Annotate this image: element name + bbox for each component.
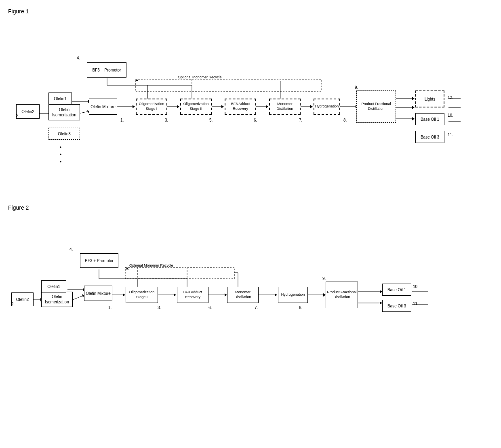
f2-label-num2: 2.	[11, 302, 15, 306]
monomer-dist-box: Monomer Distillation	[269, 99, 301, 115]
f2-label-num6: 6.	[208, 305, 212, 310]
svg-line-56	[73, 296, 83, 300]
svg-marker-37	[135, 79, 139, 81]
svg-marker-1	[133, 105, 135, 108]
hydrogenation-box: Hydrogenation	[314, 99, 340, 115]
olefin-mixture-box: Olefin Mixture	[89, 99, 117, 115]
figure2-svg	[8, 215, 493, 348]
f2-monomer-dist-box: Monomer Distillation	[227, 287, 259, 303]
f2-hydrogenation-box: Hydrogenation	[278, 287, 308, 303]
f2-label-num9: 9.	[322, 276, 326, 281]
bf3-adduct-box: BF3 Adduct Recovery	[225, 99, 256, 115]
svg-rect-25	[135, 79, 321, 91]
label-num9: 9.	[355, 85, 358, 90]
svg-marker-41	[174, 293, 176, 297]
label-num4: 4.	[77, 56, 80, 60]
dots-indicator: •••	[60, 144, 62, 166]
svg-marker-3	[177, 105, 179, 108]
f2-bf3-box: BF3 + Promotor	[80, 253, 118, 268]
label-num2: 2.	[16, 114, 19, 118]
label-num6: 6.	[254, 118, 257, 122]
f2-label-num8: 8.	[299, 305, 302, 310]
svg-marker-5	[221, 105, 224, 108]
base-oil1-box: Base Oil 1	[415, 113, 444, 125]
optional-monomer-recycle-label1: Optional Monomer Recycle	[178, 75, 222, 79]
f2-olefin-mix-box: Olefin Mixture	[84, 286, 112, 301]
product-frac-dist-box: Product Fractional Distillation	[356, 90, 396, 123]
f2-label-num7: 7.	[255, 305, 258, 310]
svg-marker-45	[275, 293, 277, 297]
f2-product-frac-box: Product Fractional Distillation	[326, 282, 358, 308]
f2-label-num10: 10.	[413, 284, 419, 289]
svg-marker-70	[126, 267, 129, 269]
svg-marker-28	[412, 97, 415, 100]
olefin3-box: Olefin3	[48, 128, 80, 140]
svg-marker-32	[412, 117, 415, 120]
lights-box: Lights	[415, 90, 444, 107]
f2-bf3-adduct-box: BF3 Adduct Recovery	[177, 287, 208, 303]
label-num1: 1.	[120, 118, 124, 122]
label-num7: 7.	[299, 118, 302, 122]
label-num5: 5.	[209, 118, 213, 122]
f2-oligo1-box: Oligomerization Stage I	[126, 287, 158, 303]
label-num8: 8.	[343, 118, 347, 122]
svg-rect-65	[125, 267, 234, 279]
figure2-label: Figure 2	[8, 204, 493, 211]
f2-base-oil3-box: Base Oil 3	[382, 300, 411, 312]
figure1-container: Figure 1	[8, 8, 493, 188]
bf3-promotor-box: BF3 + Promotor	[87, 62, 126, 78]
f2-base-oil1-box: Base Oil 1	[382, 284, 411, 296]
olefin-isomerization-box: Olefin Isomerization	[48, 104, 80, 120]
f2-olefin-isom-box: Olefin Isomerization	[41, 292, 73, 307]
figure2-diagram: Olefin2 Olefin Isomerization Olefin1 Ole…	[8, 215, 493, 348]
svg-marker-7	[266, 105, 268, 108]
f2-label-num1: 1.	[108, 305, 112, 310]
label-num12: 12.	[448, 95, 453, 100]
label-num10: 10.	[448, 113, 453, 118]
svg-line-16	[79, 111, 88, 114]
figure1-diagram: Olefin2 Olefin Isomerization Olefin1 Ole…	[8, 19, 493, 188]
f2-optional-monomer-recycle-label: Optional Monomer Recycle	[129, 263, 173, 267]
f2-label-num4: 4.	[69, 247, 73, 252]
base-oil3-box: Base Oil 3	[415, 131, 444, 143]
svg-marker-30	[412, 106, 415, 109]
olefin1-box: Olefin1	[48, 93, 72, 105]
figure1-label: Figure 1	[8, 8, 493, 15]
svg-marker-39	[123, 293, 125, 297]
label-num11: 11.	[448, 133, 453, 137]
figure2-container: Figure 2	[8, 204, 493, 348]
svg-marker-9	[310, 105, 313, 108]
label-num3: 3.	[165, 118, 168, 122]
olefin2-box: Olefin2	[16, 104, 40, 119]
oligo-stage2-box: Oligomerization Stage II	[180, 99, 212, 115]
f2-label-num3: 3.	[158, 305, 161, 310]
oligo-stage1-box: Oligomerization Stage I	[136, 99, 167, 115]
f2-label-num11: 11.	[413, 301, 419, 306]
f2-olefin1-box: Olefin1	[41, 280, 66, 292]
